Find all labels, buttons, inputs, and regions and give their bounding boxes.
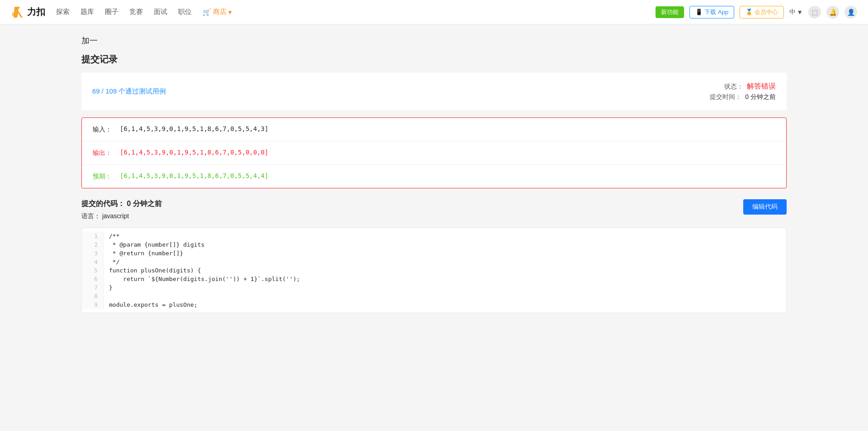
code-line: 5function plusOne(digits) {: [82, 266, 786, 275]
nav-circle[interactable]: 圈子: [105, 8, 118, 16]
line-code: * @param {number[]} digits: [104, 240, 786, 249]
input-value: [6,1,4,5,3,9,0,1,9,5,1,8,6,7,0,5,5,4,3]: [120, 125, 269, 132]
code-header: 提交的代码： 0 分钟之前 语言： javascript 编辑代码: [81, 199, 787, 224]
submit-time-value: 0 分钟之前: [745, 93, 776, 101]
line-code: [104, 292, 786, 294]
code-line: 4 */: [82, 258, 786, 266]
line-number: 1: [82, 232, 104, 240]
line-number: 4: [82, 258, 104, 266]
code-line: 9module.exports = plusOne;: [82, 300, 786, 309]
logo-icon: [11, 5, 25, 19]
code-section-info: 提交的代码： 0 分钟之前 语言： javascript: [81, 199, 162, 224]
status-value: 解答错误: [747, 82, 776, 91]
line-code: return `${Number(digits.join('')) + 1}`.…: [104, 275, 786, 283]
testcase-output-row: 输出： [6,1,4,5,3,9,0,1,9,5,1,8,6,7,0,5,0,0…: [82, 141, 786, 165]
submit-time-label: 提交时间：: [710, 93, 741, 101]
download-app-button[interactable]: 📱 下载 App: [689, 6, 734, 19]
result-status-section: 状态： 解答错误 提交时间： 0 分钟之前: [710, 82, 776, 101]
line-number: 3: [82, 249, 104, 258]
expected-label: 预期：: [93, 172, 120, 181]
line-code: function plusOne(digits) {: [104, 266, 786, 275]
output-label: 输出：: [93, 149, 120, 157]
testcase-expected-row: 预期： [6,1,4,5,3,9,0,1,9,5,1,8,6,7,0,5,5,4…: [82, 165, 786, 188]
lang-chevron-icon: ▼: [797, 9, 803, 16]
testcase-card: 输入： [6,1,4,5,3,9,0,1,9,5,1,8,6,7,0,5,5,4…: [81, 117, 787, 188]
line-code: * @return {number[]}: [104, 249, 786, 258]
status-row: 状态： 解答错误: [710, 82, 776, 91]
nav-explore[interactable]: 探索: [56, 8, 70, 16]
code-line: 8: [82, 292, 786, 300]
code-container: 1/**2 * @param {number[]} digits3 * @ret…: [81, 228, 787, 313]
output-value: [6,1,4,5,3,9,0,1,9,5,1,8,6,7,0,5,0,0,0]: [120, 149, 269, 156]
nav-contest[interactable]: 竞赛: [129, 8, 143, 16]
edit-code-button[interactable]: 编辑代码: [743, 199, 787, 215]
main-content: 加一 提交记录 69 / 109 个通过测试用例 状态： 解答错误 提交时间： …: [0, 24, 868, 431]
header-right: 新功能 📱 下载 App 🏅 会员中心 中 ▼ ⬚ 🔔 👤: [656, 6, 857, 19]
test-count: 69 / 109 个通过测试用例: [92, 87, 166, 96]
user-avatar[interactable]: 👤: [844, 6, 857, 19]
line-number: 9: [82, 300, 104, 309]
shop-chevron-icon: ▾: [228, 8, 232, 16]
line-number: 8: [82, 292, 104, 300]
problem-title: 加一: [81, 35, 787, 46]
line-number: 7: [82, 283, 104, 292]
notification-icon[interactable]: 🔔: [826, 6, 839, 19]
line-number: 2: [82, 240, 104, 249]
code-language: 语言： javascript: [81, 212, 162, 220]
submit-time-row: 提交时间： 0 分钟之前: [710, 93, 776, 101]
result-card: 69 / 109 个通过测试用例 状态： 解答错误 提交时间： 0 分钟之前: [81, 73, 787, 110]
vip-icon: 🏅: [745, 9, 753, 15]
expand-icon[interactable]: ⬚: [808, 6, 821, 19]
line-code: module.exports = plusOne;: [104, 300, 786, 309]
line-code: /**: [104, 232, 786, 240]
logo[interactable]: 力扣: [11, 5, 45, 19]
vip-center-button[interactable]: 🏅 会员中心: [740, 6, 784, 19]
phone-icon: 📱: [695, 9, 703, 15]
input-label: 输入：: [93, 125, 120, 134]
section-title: 提交记录: [81, 53, 787, 66]
testcase-input-row: 输入： [6,1,4,5,3,9,0,1,9,5,1,8,6,7,0,5,5,4…: [82, 118, 786, 141]
expected-value: [6,1,4,5,3,9,0,1,9,5,1,8,6,7,0,5,5,4,4]: [120, 172, 269, 179]
nav-problems[interactable]: 题库: [80, 8, 94, 16]
shop-icon: 🛒: [203, 8, 211, 16]
code-section-title: 提交的代码： 0 分钟之前: [81, 199, 162, 209]
code-line: 2 * @param {number[]} digits: [82, 240, 786, 249]
status-label: 状态：: [724, 83, 743, 91]
line-number: 5: [82, 266, 104, 275]
new-feature-button[interactable]: 新功能: [656, 6, 684, 18]
nav-shop[interactable]: 🛒 商店 ▾: [203, 8, 232, 16]
code-wrapper: 1/**2 * @param {number[]} digits3 * @ret…: [82, 228, 786, 313]
code-line: 1/**: [82, 232, 786, 240]
language-selector[interactable]: 中 ▼: [789, 8, 803, 16]
line-number: 6: [82, 275, 104, 283]
logo-text: 力扣: [27, 6, 45, 18]
nav-jobs[interactable]: 职位: [178, 8, 192, 16]
code-line: 7}: [82, 283, 786, 292]
code-line: 3 * @return {number[]}: [82, 249, 786, 258]
line-code: */: [104, 258, 786, 266]
code-line: 6 return `${Number(digits.join('')) + 1}…: [82, 275, 786, 283]
nav-interview[interactable]: 面试: [154, 8, 167, 16]
line-code: }: [104, 283, 786, 292]
header: 力扣 探索 题库 圈子 竞赛 面试 职位 🛒 商店 ▾ 新功能 📱 下载 App…: [0, 0, 868, 24]
main-nav: 探索 题库 圈子 竞赛 面试 职位 🛒 商店 ▾: [56, 8, 656, 16]
